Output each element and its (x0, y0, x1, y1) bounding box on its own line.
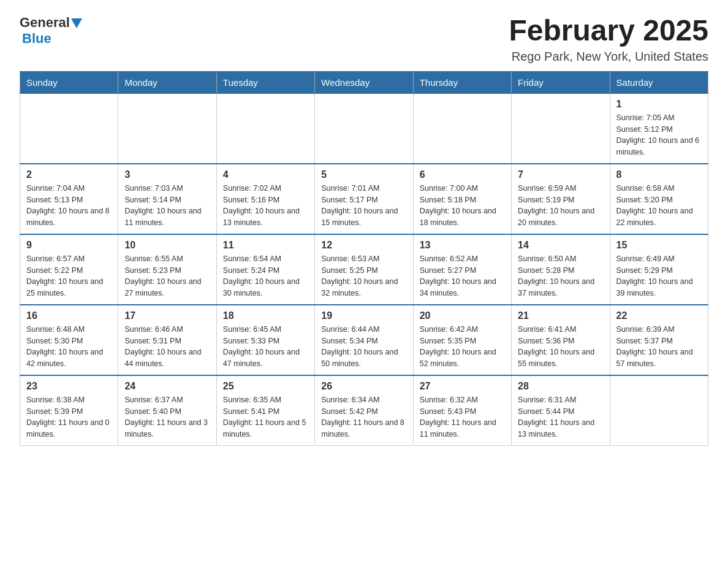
day-info: Sunrise: 6:34 AMSunset: 5:42 PMDaylight:… (321, 394, 406, 440)
weekday-header-tuesday: Tuesday (216, 72, 314, 93)
day-number: 27 (420, 381, 505, 392)
location-subtitle: Rego Park, New York, United States (509, 50, 708, 64)
calendar-cell: 6Sunrise: 7:00 AMSunset: 5:18 PMDaylight… (413, 164, 511, 234)
calendar-week-2: 2Sunrise: 7:04 AMSunset: 5:13 PMDaylight… (20, 164, 708, 234)
day-number: 8 (616, 169, 702, 180)
calendar-cell (216, 93, 314, 164)
day-info: Sunrise: 6:57 AMSunset: 5:22 PMDaylight:… (26, 253, 112, 299)
calendar-cell: 27Sunrise: 6:32 AMSunset: 5:43 PMDayligh… (413, 375, 511, 446)
calendar-cell (20, 93, 118, 164)
calendar-cell: 12Sunrise: 6:53 AMSunset: 5:25 PMDayligh… (315, 234, 413, 305)
day-number: 12 (321, 240, 406, 251)
day-number: 11 (223, 240, 308, 251)
day-number: 22 (616, 310, 702, 321)
weekday-header-monday: Monday (118, 72, 216, 93)
calendar-week-3: 9Sunrise: 6:57 AMSunset: 5:22 PMDaylight… (20, 234, 708, 305)
day-number: 28 (518, 381, 603, 392)
day-number: 15 (616, 240, 702, 251)
calendar-cell: 21Sunrise: 6:41 AMSunset: 5:36 PMDayligh… (512, 305, 610, 375)
day-info: Sunrise: 6:41 AMSunset: 5:36 PMDaylight:… (518, 324, 603, 370)
day-number: 16 (26, 310, 112, 321)
day-info: Sunrise: 6:50 AMSunset: 5:28 PMDaylight:… (518, 253, 603, 299)
calendar-cell: 7Sunrise: 6:59 AMSunset: 5:19 PMDaylight… (512, 164, 610, 234)
day-info: Sunrise: 6:46 AMSunset: 5:31 PMDaylight:… (124, 324, 210, 370)
calendar-cell: 5Sunrise: 7:01 AMSunset: 5:17 PMDaylight… (315, 164, 413, 234)
weekday-header-thursday: Thursday (413, 72, 511, 93)
day-info: Sunrise: 7:04 AMSunset: 5:13 PMDaylight:… (26, 183, 112, 229)
day-info: Sunrise: 6:58 AMSunset: 5:20 PMDaylight:… (616, 183, 702, 229)
calendar-cell: 15Sunrise: 6:49 AMSunset: 5:29 PMDayligh… (610, 234, 708, 305)
day-number: 13 (420, 240, 505, 251)
day-info: Sunrise: 6:39 AMSunset: 5:37 PMDaylight:… (616, 324, 702, 370)
calendar-cell: 26Sunrise: 6:34 AMSunset: 5:42 PMDayligh… (315, 375, 413, 446)
day-number: 14 (518, 240, 603, 251)
day-info: Sunrise: 6:38 AMSunset: 5:39 PMDaylight:… (26, 394, 112, 440)
day-info: Sunrise: 7:03 AMSunset: 5:14 PMDaylight:… (124, 183, 210, 229)
calendar-cell: 28Sunrise: 6:31 AMSunset: 5:44 PMDayligh… (512, 375, 610, 446)
calendar-cell: 11Sunrise: 6:54 AMSunset: 5:24 PMDayligh… (216, 234, 314, 305)
logo-general-text: General (20, 15, 70, 31)
day-number: 17 (124, 310, 210, 321)
calendar-cell: 20Sunrise: 6:42 AMSunset: 5:35 PMDayligh… (413, 305, 511, 375)
calendar-cell: 17Sunrise: 6:46 AMSunset: 5:31 PMDayligh… (118, 305, 216, 375)
day-number: 2 (26, 169, 112, 180)
day-info: Sunrise: 7:00 AMSunset: 5:18 PMDaylight:… (420, 183, 505, 229)
day-info: Sunrise: 6:42 AMSunset: 5:35 PMDaylight:… (420, 324, 505, 370)
calendar-week-1: 1Sunrise: 7:05 AMSunset: 5:12 PMDaylight… (20, 93, 708, 164)
day-number: 5 (321, 169, 406, 180)
day-info: Sunrise: 6:59 AMSunset: 5:19 PMDaylight:… (518, 183, 603, 229)
calendar-cell (413, 93, 511, 164)
day-info: Sunrise: 6:53 AMSunset: 5:25 PMDaylight:… (321, 253, 406, 299)
calendar-cell: 19Sunrise: 6:44 AMSunset: 5:34 PMDayligh… (315, 305, 413, 375)
calendar-cell: 3Sunrise: 7:03 AMSunset: 5:14 PMDaylight… (118, 164, 216, 234)
day-info: Sunrise: 6:48 AMSunset: 5:30 PMDaylight:… (26, 324, 112, 370)
calendar-table: SundayMondayTuesdayWednesdayThursdayFrid… (20, 71, 708, 446)
day-number: 24 (124, 381, 210, 392)
calendar-header-row: SundayMondayTuesdayWednesdayThursdayFrid… (20, 72, 708, 93)
calendar-cell: 23Sunrise: 6:38 AMSunset: 5:39 PMDayligh… (20, 375, 118, 446)
calendar-cell: 2Sunrise: 7:04 AMSunset: 5:13 PMDaylight… (20, 164, 118, 234)
day-number: 23 (26, 381, 112, 392)
day-info: Sunrise: 7:05 AMSunset: 5:12 PMDaylight:… (616, 112, 702, 158)
day-info: Sunrise: 6:37 AMSunset: 5:40 PMDaylight:… (124, 394, 210, 440)
day-info: Sunrise: 6:54 AMSunset: 5:24 PMDaylight:… (223, 253, 308, 299)
day-number: 26 (321, 381, 406, 392)
weekday-header-friday: Friday (512, 72, 610, 93)
day-number: 10 (124, 240, 210, 251)
day-info: Sunrise: 6:45 AMSunset: 5:33 PMDaylight:… (223, 324, 308, 370)
calendar-cell: 25Sunrise: 6:35 AMSunset: 5:41 PMDayligh… (216, 375, 314, 446)
calendar-cell: 22Sunrise: 6:39 AMSunset: 5:37 PMDayligh… (610, 305, 708, 375)
day-number: 7 (518, 169, 603, 180)
calendar-week-4: 16Sunrise: 6:48 AMSunset: 5:30 PMDayligh… (20, 305, 708, 375)
calendar-cell: 8Sunrise: 6:58 AMSunset: 5:20 PMDaylight… (610, 164, 708, 234)
weekday-header-saturday: Saturday (610, 72, 708, 93)
calendar-cell: 16Sunrise: 6:48 AMSunset: 5:30 PMDayligh… (20, 305, 118, 375)
calendar-cell: 24Sunrise: 6:37 AMSunset: 5:40 PMDayligh… (118, 375, 216, 446)
calendar-cell (118, 93, 216, 164)
day-info: Sunrise: 6:44 AMSunset: 5:34 PMDaylight:… (321, 324, 406, 370)
day-number: 19 (321, 310, 406, 321)
calendar-cell: 4Sunrise: 7:02 AMSunset: 5:16 PMDaylight… (216, 164, 314, 234)
title-section: February 2025 Rego Park, New York, Unite… (509, 15, 708, 64)
calendar-cell: 1Sunrise: 7:05 AMSunset: 5:12 PMDaylight… (610, 93, 708, 164)
day-info: Sunrise: 6:49 AMSunset: 5:29 PMDaylight:… (616, 253, 702, 299)
calendar-cell (512, 93, 610, 164)
day-info: Sunrise: 7:02 AMSunset: 5:16 PMDaylight:… (223, 183, 308, 229)
logo-blue-text: Blue (22, 31, 51, 47)
day-number: 18 (223, 310, 308, 321)
day-number: 9 (26, 240, 112, 251)
calendar-cell: 13Sunrise: 6:52 AMSunset: 5:27 PMDayligh… (413, 234, 511, 305)
day-info: Sunrise: 7:01 AMSunset: 5:17 PMDaylight:… (321, 183, 406, 229)
day-info: Sunrise: 6:55 AMSunset: 5:23 PMDaylight:… (124, 253, 210, 299)
calendar-cell: 14Sunrise: 6:50 AMSunset: 5:28 PMDayligh… (512, 234, 610, 305)
day-info: Sunrise: 6:31 AMSunset: 5:44 PMDaylight:… (518, 394, 603, 440)
day-number: 20 (420, 310, 505, 321)
calendar-cell (315, 93, 413, 164)
day-number: 25 (223, 381, 308, 392)
weekday-header-sunday: Sunday (20, 72, 118, 93)
calendar-cell: 9Sunrise: 6:57 AMSunset: 5:22 PMDaylight… (20, 234, 118, 305)
calendar-cell (610, 375, 708, 446)
day-number: 21 (518, 310, 603, 321)
calendar-cell: 18Sunrise: 6:45 AMSunset: 5:33 PMDayligh… (216, 305, 314, 375)
day-info: Sunrise: 6:32 AMSunset: 5:43 PMDaylight:… (420, 394, 505, 440)
